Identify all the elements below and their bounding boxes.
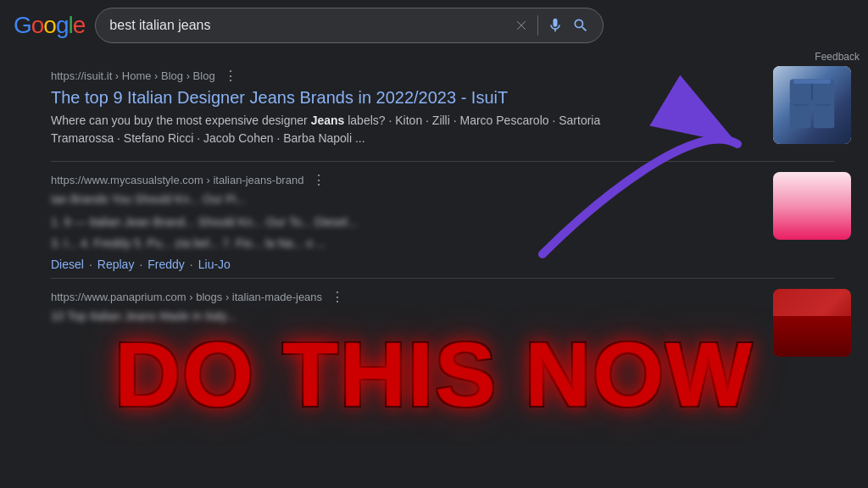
- result-2-url: https://www.mycasualstyle.com › italian-…: [51, 172, 834, 188]
- link-freddy[interactable]: Freddy: [147, 258, 185, 271]
- result-1-more-button[interactable]: ⋮: [224, 68, 237, 84]
- do-this-now-overlay: DO THIS NOW: [0, 329, 868, 420]
- result-1-snippet: Where can you buy the most expensive des…: [51, 112, 627, 147]
- mic-icon: [547, 17, 564, 34]
- result-3-more-button[interactable]: ⋮: [331, 289, 344, 305]
- result-1-url: https://isuit.it › Home › Blog › Blog ⋮: [51, 68, 834, 84]
- search-button[interactable]: [572, 17, 589, 34]
- result-2-snippet-items: 1. 9 — Italian Jean Brand... Should Kn..…: [51, 212, 627, 254]
- google-logo: Google: [14, 12, 85, 39]
- link-liujo[interactable]: Liu-Jo: [198, 258, 231, 271]
- result-card-2: https://www.mycasualstyle.com › italian-…: [51, 165, 834, 274]
- result-2-links: Diesel · Replay · Freddy · Liu-Jo: [51, 258, 834, 271]
- result-2-more-button[interactable]: ⋮: [312, 172, 326, 188]
- link-diesel[interactable]: Diesel: [51, 258, 84, 271]
- search-input[interactable]: [109, 18, 507, 33]
- close-icon: [514, 18, 529, 33]
- result-2-title[interactable]: Ian Brands You Should Kn... Our Pi...: [51, 191, 834, 208]
- result-3-thumbnail: [773, 289, 851, 357]
- microphone-button[interactable]: [547, 17, 564, 34]
- top-bar: Google: [0, 0, 868, 51]
- search-bar[interactable]: [95, 8, 604, 43]
- result-1-title[interactable]: The top 9 Italian Designer Jeans Brands …: [51, 86, 834, 108]
- divider-1: [51, 161, 834, 162]
- result-2-thumbnail: [773, 172, 851, 240]
- divider-2: [51, 278, 834, 279]
- do-this-now-text: DO THIS NOW: [0, 329, 868, 420]
- result-3-title[interactable]: 10 Top Italian Jeans Made in Italy...: [51, 308, 834, 325]
- results-area: https://isuit.it › Home › Blog › Blog ⋮ …: [0, 51, 868, 332]
- svg-rect-4: [804, 100, 821, 108]
- link-replay[interactable]: Replay: [97, 258, 135, 271]
- search-icon: [572, 17, 589, 34]
- result-1-thumbnail: [773, 66, 851, 144]
- result-3-url: https://www.panaprium.com › blogs › ital…: [51, 289, 834, 305]
- result-card-1: https://isuit.it › Home › Blog › Blog ⋮ …: [51, 58, 834, 158]
- clear-button[interactable]: [514, 18, 529, 33]
- jeans-image: [782, 75, 842, 135]
- svg-rect-7: [793, 79, 831, 83]
- result-card-3: https://www.panaprium.com › blogs › ital…: [51, 282, 834, 332]
